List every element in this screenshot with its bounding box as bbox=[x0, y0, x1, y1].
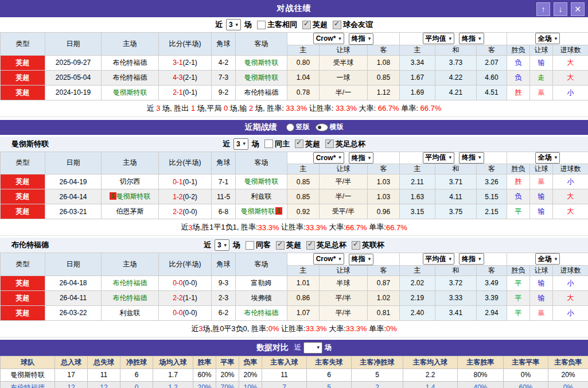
h2h-checkbox-0[interactable] bbox=[257, 21, 266, 29]
recent-results-titlebar: 近期战绩 竖版横版 bbox=[0, 120, 588, 135]
stat-value: 5 bbox=[352, 368, 403, 381]
column-header: 负率 bbox=[239, 356, 262, 368]
h2h-scope-select[interactable]: 全场▾ bbox=[535, 33, 560, 44]
team0-average-kind-select[interactable]: 终指▾ bbox=[459, 152, 484, 164]
team1-count-select[interactable]: 3▾ bbox=[215, 239, 229, 251]
odds-value: 0.85 bbox=[368, 70, 400, 85]
team1-checkbox-2[interactable] bbox=[306, 241, 315, 250]
column-header: 净胜球 bbox=[120, 356, 153, 368]
result-flag: 大 bbox=[553, 189, 588, 204]
radio-vertical-layout[interactable] bbox=[286, 123, 294, 131]
team-section-header: 布伦特福德近3▾场同客英超英足总杯英联杯 bbox=[0, 238, 588, 253]
result-flag: 胜 bbox=[507, 85, 530, 100]
column-header: 主场 bbox=[102, 253, 159, 276]
team-name-cell: 利兹联 bbox=[102, 305, 159, 320]
column-header: 球队 bbox=[1, 356, 55, 368]
team0-checkbox-1[interactable] bbox=[295, 139, 303, 148]
team-section-header: 曼彻斯特联近3▾场同主英超英足总杯 bbox=[0, 137, 588, 152]
team0-odds-kind-select[interactable]: 终指▾ bbox=[349, 152, 374, 164]
odds-value: 1.02 bbox=[368, 290, 400, 305]
stat-value: 6 bbox=[120, 368, 153, 381]
odds-value: 0.85 bbox=[287, 189, 320, 204]
h2h-average-kind-select[interactable]: 终指▾ bbox=[459, 33, 484, 44]
odds-value: 0.78 bbox=[287, 85, 320, 100]
team0-checkbox-label-1: 英超 bbox=[305, 139, 320, 149]
stat-value: 12 bbox=[88, 381, 120, 388]
scroll-down-button[interactable]: ↓ bbox=[554, 2, 567, 16]
h2h-checkbox-1[interactable] bbox=[302, 21, 311, 29]
team1-checkbox-0[interactable] bbox=[246, 241, 254, 250]
result-flag: 大 bbox=[553, 55, 588, 70]
chevron-down-icon: ▾ bbox=[243, 141, 246, 146]
h2h-checkbox-2[interactable] bbox=[333, 21, 341, 29]
column-header: 客 bbox=[477, 164, 507, 174]
chevron-down-icon: ▾ bbox=[478, 155, 481, 160]
team-name-cell: 布伦特福德 bbox=[102, 55, 159, 70]
corner-score: 6-2 bbox=[212, 305, 236, 320]
team-name-cell: 曼彻斯特联 bbox=[1, 368, 55, 381]
h2h-average-select[interactable]: 平均值▾ bbox=[423, 33, 455, 44]
avg-odds-value: 2.02 bbox=[400, 276, 435, 290]
odds-value: 1.12 bbox=[368, 85, 400, 100]
h2h-title: 对战往绩 bbox=[277, 3, 311, 14]
team1-checkbox-3[interactable] bbox=[352, 241, 360, 250]
chevron-down-icon: ▾ bbox=[449, 257, 452, 262]
team-name-cell[interactable]: 布伦特福德 bbox=[1, 381, 55, 388]
column-header: 让球 bbox=[530, 265, 553, 276]
team1-odds-company-select[interactable]: Crow*▾ bbox=[313, 253, 344, 265]
team1-scope-select[interactable]: 全场▾ bbox=[535, 253, 560, 265]
result-flag: 平 bbox=[507, 204, 530, 219]
team-name-cell: 布伦特福德 bbox=[102, 276, 159, 290]
radio-horizontal-layout[interactable] bbox=[316, 123, 328, 131]
team0-odds-company-select[interactable]: Crow*▾ bbox=[313, 152, 344, 164]
avg-odds-value: 2.19 bbox=[400, 290, 435, 305]
scroll-up-button[interactable]: ↑ bbox=[536, 2, 550, 16]
result-flag: 赢 bbox=[530, 305, 553, 320]
window-buttons: ↑ ↓ ✕ bbox=[536, 2, 585, 16]
column-header: 胜负 bbox=[507, 265, 530, 276]
avg-odds-value: 3.15 bbox=[400, 204, 435, 219]
team1-average-kind-select[interactable]: 终指▾ bbox=[459, 253, 484, 265]
team0-checkbox-0[interactable] bbox=[264, 139, 273, 148]
team1-average-select[interactable]: 平均值▾ bbox=[423, 253, 455, 265]
comparison-count-select[interactable]: 10▾ bbox=[303, 342, 322, 354]
team0-scope-select[interactable]: 全场▾ bbox=[535, 152, 560, 164]
match-score: 2-2(1-1) bbox=[159, 290, 212, 305]
column-header: 比分(半场) bbox=[159, 152, 212, 174]
layout-radio-group: 竖版横版 bbox=[281, 122, 344, 132]
column-header: 客 bbox=[368, 45, 400, 55]
corner-score: 4-2 bbox=[212, 55, 236, 70]
h2h-count-select[interactable]: 3▾ bbox=[226, 19, 241, 30]
team1-checkbox-1[interactable] bbox=[276, 241, 285, 250]
team-name-cell: 切尔西 bbox=[102, 174, 159, 189]
avg-odds-value: 3.26 bbox=[477, 174, 507, 189]
avg-odds-value: 3.34 bbox=[400, 55, 435, 70]
column-header: 比分(半场) bbox=[159, 253, 212, 276]
rank-badge: 1 bbox=[275, 207, 282, 215]
team0-average-select[interactable]: 平均值▾ bbox=[423, 152, 455, 164]
odds-value: 0.87 bbox=[368, 276, 400, 290]
h2h-odds-company-select[interactable]: Crow*▾ bbox=[313, 33, 344, 44]
recent-results-title: 近期战绩 bbox=[245, 122, 277, 133]
avg-odds-value: 3.75 bbox=[435, 204, 477, 219]
match-date: 2024-10-19 bbox=[45, 85, 102, 100]
column-header: 进球数 bbox=[553, 45, 588, 55]
column-header: 类型 bbox=[1, 253, 45, 276]
team0-checkbox-2[interactable] bbox=[325, 139, 334, 148]
column-header: 日期 bbox=[45, 152, 102, 174]
near-label: 近 bbox=[294, 343, 301, 352]
column-header: 总入球 bbox=[55, 356, 88, 368]
match-score: 0-0(0-0) bbox=[159, 276, 212, 290]
match-score: 2-1(0-1) bbox=[159, 85, 212, 100]
close-button[interactable]: ✕ bbox=[571, 2, 585, 16]
league-badge: 英超 bbox=[1, 70, 45, 85]
corner-score: 2-3 bbox=[212, 290, 236, 305]
team0-count-select[interactable]: 3▾ bbox=[233, 138, 248, 150]
h2h-near-label: 近 bbox=[215, 20, 223, 30]
h2h-titlebar: 对战往绩 ↑ ↓ ✕ bbox=[0, 0, 588, 17]
avg-odds-value: 1.69 bbox=[400, 85, 435, 100]
team1-odds-kind-select[interactable]: 终指▾ bbox=[349, 254, 374, 265]
chevron-down-icon: ▾ bbox=[478, 36, 481, 41]
corner-score: 7-3 bbox=[212, 70, 236, 85]
h2h-odds-kind-select[interactable]: 终指▾ bbox=[349, 33, 374, 45]
